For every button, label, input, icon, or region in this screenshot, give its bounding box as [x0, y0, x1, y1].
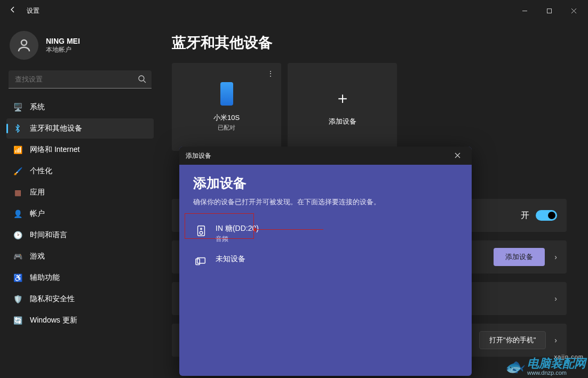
sidebar-item-apps[interactable]: ▦应用 — [6, 182, 154, 203]
add-device-dialog: 添加设备 添加设备 确保你的设备已打开并可被发现。在下面选择要连接的设备。 IN… — [179, 147, 472, 376]
sidebar-item-privacy[interactable]: 🛡️隐私和安全性 — [6, 289, 154, 309]
sidebar-item-label: 网络和 Internet — [30, 145, 80, 155]
svg-point-11 — [200, 231, 203, 235]
sidebar-item-accounts[interactable]: 👤帐户 — [6, 204, 154, 224]
bluetooth-toggle[interactable]: 开 — [521, 210, 557, 221]
svg-point-4 — [21, 40, 27, 45]
system-icon: 🖥️ — [13, 102, 22, 112]
search-icon — [138, 75, 146, 85]
bluetooth-icon — [13, 124, 22, 133]
apps-icon: ▦ — [13, 188, 22, 197]
add-device-card[interactable]: ＋ 添加设备 — [288, 63, 397, 151]
search-input[interactable] — [9, 70, 152, 89]
chevron-right-icon: › — [554, 336, 557, 344]
timelang-icon: 🕑 — [13, 230, 22, 240]
sidebar-item-label: 蓝牙和其他设备 — [30, 124, 82, 133]
device-item-1[interactable]: 未知设备 — [193, 249, 458, 272]
avatar-icon — [10, 31, 38, 60]
dialog-description: 确保你的设备已打开并可被发现。在下面选择要连接的设备。 — [193, 197, 458, 207]
device-item-0[interactable]: IN 糖(DD:20)音频 — [193, 219, 458, 249]
device-name: 小米10S — [213, 113, 240, 123]
accessibility-icon: ♿ — [13, 273, 22, 283]
sidebar-item-accessibility[interactable]: ♿辅助功能 — [6, 268, 154, 288]
profile-name: NING MEI — [46, 37, 80, 45]
profile-block[interactable]: NING MEI 本地帐户 — [6, 26, 154, 67]
svg-rect-13 — [196, 259, 200, 264]
open-your-phone-button[interactable]: 打开"你的手机" — [479, 331, 546, 349]
device-name: IN 糖(DD:20) — [216, 224, 259, 234]
dialog-header-title: 添加设备 — [186, 151, 211, 160]
sidebar-item-timelang[interactable]: 🕑时间和语言 — [6, 225, 154, 245]
paired-device-card[interactable]: ⋮ 小米10S 已配对 — [172, 63, 281, 151]
device-list: IN 糖(DD:20)音频未知设备 — [193, 219, 458, 272]
speaker-icon — [195, 225, 207, 237]
sidebar-item-label: 个性化 — [30, 166, 52, 176]
sidebar: NING MEI 本地帐户 🖥️系统蓝牙和其他设备📶网络和 Internet🖌️… — [0, 21, 160, 378]
window-controls — [512, 0, 586, 21]
privacy-icon: 🛡️ — [13, 294, 22, 304]
profile-sub: 本地帐户 — [46, 45, 80, 54]
svg-point-10 — [201, 228, 202, 230]
svg-line-6 — [144, 81, 146, 83]
page-title: 蓝牙和其他设备 — [172, 33, 567, 52]
sidebar-item-personalization[interactable]: 🖌️个性化 — [6, 161, 154, 181]
display-icon — [195, 255, 207, 267]
sidebar-item-update[interactable]: 🔄Windows 更新 — [6, 310, 154, 331]
toggle-label: 开 — [521, 210, 529, 221]
sidebar-item-label: 帐户 — [30, 209, 45, 219]
dialog-header: 添加设备 — [179, 147, 472, 165]
sidebar-item-label: 应用 — [30, 188, 45, 197]
sidebar-item-bluetooth[interactable]: 蓝牙和其他设备 — [6, 118, 154, 139]
svg-point-5 — [139, 76, 144, 81]
device-type: 音频 — [216, 235, 259, 244]
svg-rect-1 — [547, 9, 551, 13]
device-status: 已配对 — [218, 124, 235, 132]
gaming-icon: 🎮 — [13, 252, 22, 261]
accounts-icon: 👤 — [13, 209, 22, 219]
back-button[interactable] — [2, 5, 23, 16]
nav-list: 🖥️系统蓝牙和其他设备📶网络和 Internet🖌️个性化▦应用👤帐户🕑时间和语… — [6, 97, 154, 331]
sidebar-item-gaming[interactable]: 🎮游戏 — [6, 246, 154, 267]
personalization-icon: 🖌️ — [13, 166, 22, 176]
titlebar: 设置 — [0, 0, 588, 21]
app-title: 设置 — [27, 6, 39, 15]
toggle-switch[interactable] — [536, 210, 557, 221]
sidebar-item-network[interactable]: 📶网络和 Internet — [6, 140, 154, 160]
dialog-title: 添加设备 — [193, 174, 458, 192]
sidebar-item-label: 游戏 — [30, 252, 45, 261]
device-name: 未知设备 — [216, 254, 245, 264]
add-device-button[interactable]: 添加设备 — [494, 248, 545, 266]
sidebar-item-label: 时间和语言 — [30, 230, 67, 240]
kebab-icon[interactable]: ⋮ — [267, 69, 274, 78]
sidebar-item-label: 隐私和安全性 — [30, 294, 75, 304]
search-box[interactable] — [9, 70, 152, 89]
sidebar-item-system[interactable]: 🖥️系统 — [6, 97, 154, 117]
chevron-right-icon: › — [554, 253, 557, 261]
close-button[interactable] — [561, 0, 586, 21]
chevron-right-icon: › — [554, 294, 557, 303]
network-icon: 📶 — [13, 145, 22, 155]
phone-icon — [220, 82, 233, 106]
dialog-close-button[interactable] — [449, 151, 465, 160]
plus-icon: ＋ — [335, 87, 351, 109]
minimize-button[interactable] — [512, 0, 537, 21]
sidebar-item-label: Windows 更新 — [30, 316, 77, 325]
update-icon: 🔄 — [13, 316, 22, 325]
add-device-card-label: 添加设备 — [329, 117, 356, 126]
maximize-button[interactable] — [537, 0, 561, 21]
sidebar-item-label: 系统 — [30, 102, 45, 112]
sidebar-item-label: 辅助功能 — [30, 273, 60, 283]
